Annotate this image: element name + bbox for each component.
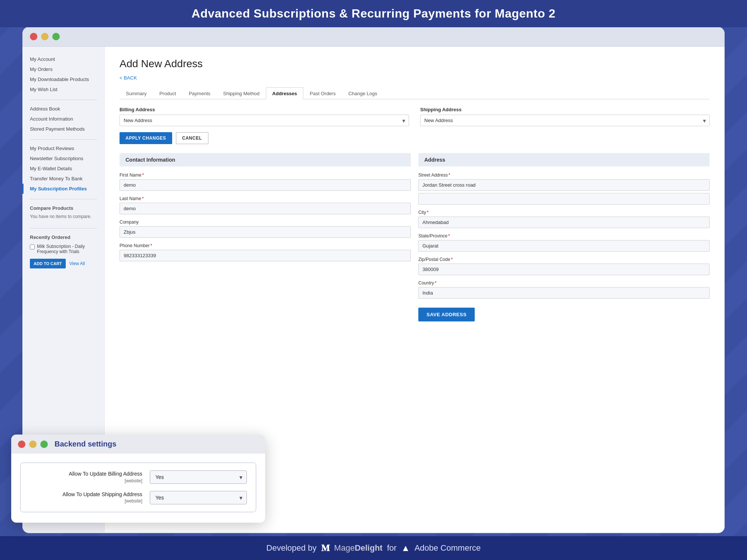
- view-all-link[interactable]: View All: [69, 261, 85, 266]
- tab-addresses[interactable]: Addresses: [266, 87, 303, 99]
- sidebar-item-wishlist[interactable]: My Wish List: [22, 84, 104, 94]
- country-input[interactable]: [418, 287, 710, 299]
- footer-developed-by: Developed by: [266, 543, 317, 553]
- add-to-cart-button[interactable]: ADD TO CART: [30, 259, 66, 268]
- page-title: Advanced Subscriptions & Recurring Payme…: [7, 7, 740, 21]
- sidebar-item-my-orders[interactable]: My Orders: [22, 64, 104, 74]
- recently-item: Milk Subscription - Daily Frequency with…: [22, 242, 104, 256]
- sidebar-item-address-book[interactable]: Address Book: [22, 104, 104, 114]
- sidebar-item-product-reviews[interactable]: My Product Reviews: [22, 143, 104, 153]
- tab-shipping-method[interactable]: Shipping Method: [217, 87, 266, 99]
- browser-chrome: [22, 27, 725, 47]
- phone-label: Phone Number*: [120, 243, 411, 248]
- company-group: Company: [120, 220, 411, 238]
- shipping-address-field: Shipping Address New Address: [420, 107, 710, 126]
- apply-changes-button[interactable]: APPLY CHANGES: [120, 132, 172, 144]
- form-sections: Contact Information First Name* Last Nam…: [120, 153, 710, 321]
- sidebar-item-ewallet[interactable]: My E-Wallet Details: [22, 164, 104, 174]
- cancel-button[interactable]: CANCEL: [176, 132, 208, 144]
- phone-group: Phone Number*: [120, 243, 411, 261]
- address-section: Address Street Address* City*: [418, 153, 710, 321]
- recently-item-name: Milk Subscription - Daily Frequency with…: [37, 244, 97, 254]
- page-footer: Developed by 𝐌 MageDelight for ▲ Adobe C…: [0, 536, 747, 560]
- recently-label: Recently Ordered: [22, 232, 104, 242]
- city-label: City*: [418, 210, 710, 215]
- tab-change-logs[interactable]: Change Logs: [342, 87, 384, 99]
- save-address-button[interactable]: SAVE ADDRESS: [418, 308, 475, 321]
- sidebar-item-my-account[interactable]: My Account: [22, 54, 104, 64]
- billing-address-select-wrapper: New Address: [120, 115, 409, 126]
- zip-input[interactable]: [418, 264, 710, 275]
- last-name-input[interactable]: [120, 203, 411, 214]
- street-input-2[interactable]: [418, 193, 710, 205]
- state-group: State/Province*: [418, 233, 710, 252]
- page-header: Advanced Subscriptions & Recurring Payme…: [0, 0, 747, 27]
- contact-section: Contact Information First Name* Last Nam…: [120, 153, 411, 321]
- billing-address-label: Billing Address: [120, 107, 409, 112]
- shipping-address-select-wrapper: New Address: [420, 115, 710, 126]
- backend-title: Backend settings: [55, 440, 117, 448]
- street-group: Street Address*: [418, 172, 710, 205]
- shipping-address-select[interactable]: New Address: [420, 115, 710, 126]
- billing-setting-select-wrapper: Yes No: [150, 470, 247, 484]
- last-name-label: Last Name*: [120, 196, 411, 201]
- shipping-setting-select[interactable]: Yes No: [150, 491, 247, 504]
- tab-past-orders[interactable]: Past Orders: [303, 87, 342, 99]
- action-buttons: APPLY CHANGES CANCEL: [120, 132, 710, 144]
- add-address-title: Add New Address: [120, 58, 710, 70]
- country-group: Country*: [418, 280, 710, 299]
- city-input[interactable]: [418, 217, 710, 228]
- state-label: State/Province*: [418, 233, 710, 239]
- recently-item-checkbox[interactable]: [30, 245, 35, 249]
- address-row: Billing Address New Address Shipping Add…: [120, 107, 710, 126]
- footer-adobe-commerce: Adobe Commerce: [415, 543, 481, 553]
- settings-box: Allow To Update Billing Address [website…: [20, 463, 256, 512]
- street-label: Street Address*: [418, 172, 710, 178]
- sidebar-extras-section: My Product Reviews Newsletter Subscripti…: [22, 143, 104, 194]
- billing-address-select[interactable]: New Address: [120, 115, 409, 126]
- first-name-label: First Name*: [120, 172, 411, 178]
- back-link[interactable]: < BACK: [120, 75, 137, 81]
- sidebar-item-payment-methods[interactable]: Stored Payment Methods: [22, 124, 104, 134]
- backend-maximize-dot[interactable]: [40, 441, 48, 448]
- compare-label: Compare Products: [22, 203, 104, 213]
- footer-for: for: [387, 543, 397, 553]
- tab-summary[interactable]: Summary: [120, 87, 153, 99]
- sidebar-compare-section: Compare Products You have no items to co…: [22, 203, 104, 223]
- sidebar-item-account-info[interactable]: Account Information: [22, 114, 104, 124]
- state-input[interactable]: [418, 240, 710, 252]
- shipping-setting-label: Allow To Update Shipping Address [websit…: [30, 491, 142, 504]
- sidebar-item-transfer-money[interactable]: Transfer Money To Bank: [22, 174, 104, 184]
- zip-group: Zip/Postal Code*: [418, 257, 710, 275]
- shipping-address-label: Shipping Address: [420, 107, 710, 112]
- company-label: Company: [120, 220, 411, 225]
- tab-product[interactable]: Product: [153, 87, 183, 99]
- country-label: Country*: [418, 280, 710, 286]
- footer-adobe-logo: ▲: [401, 543, 410, 553]
- tab-payments[interactable]: Payments: [182, 87, 217, 99]
- footer-mage: MageDelight: [334, 543, 383, 553]
- sidebar-item-newsletter[interactable]: Newsletter Subscriptions: [22, 153, 104, 164]
- billing-setting-select[interactable]: Yes No: [150, 470, 247, 484]
- company-input[interactable]: [120, 226, 411, 238]
- sidebar-item-downloadable[interactable]: My Downloadable Products: [22, 74, 104, 84]
- city-group: City*: [418, 210, 710, 228]
- sidebar-recently-section: Recently Ordered Milk Subscription - Dai…: [22, 232, 104, 271]
- backend-close-dot[interactable]: [18, 441, 25, 448]
- shipping-setting-row: Allow To Update Shipping Address [websit…: [30, 491, 247, 504]
- phone-input[interactable]: [120, 250, 411, 261]
- minimize-dot[interactable]: [41, 33, 49, 40]
- maximize-dot[interactable]: [52, 33, 60, 40]
- shipping-setting-select-wrapper: Yes No: [150, 491, 247, 504]
- backend-minimize-dot[interactable]: [29, 441, 37, 448]
- zip-label: Zip/Postal Code*: [418, 257, 710, 262]
- billing-setting-label: Allow To Update Billing Address [website…: [30, 470, 142, 484]
- compare-note: You have no items to compare.: [22, 213, 104, 223]
- last-name-group: Last Name*: [120, 196, 411, 214]
- street-input-1[interactable]: [418, 179, 710, 191]
- sidebar-item-subscription-profiles[interactable]: My Subscription Profiles: [22, 184, 104, 194]
- first-name-input[interactable]: [120, 179, 411, 191]
- close-dot[interactable]: [30, 33, 37, 40]
- sidebar-buttons: ADD TO CART View All: [22, 256, 104, 271]
- sidebar-address-section: Address Book Account Information Stored …: [22, 104, 104, 134]
